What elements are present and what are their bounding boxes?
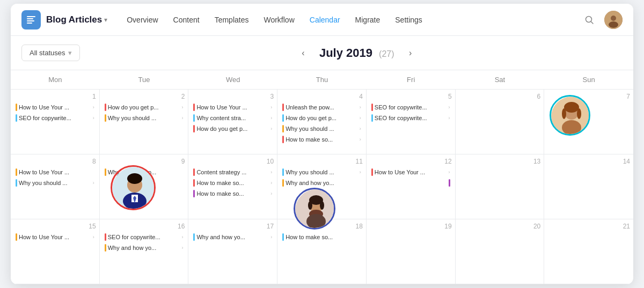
calendar-header-row: Mon Tue Wed Thu Fri Sat Sun [11, 70, 633, 90]
date-1: 1 [14, 93, 96, 100]
cell-thu-18: 18 How to make so... [277, 219, 367, 284]
list-item[interactable]: How to Use Your ... › [370, 167, 452, 177]
week-3: 15 How to Use Your ... › 16 SEO for copy… [11, 219, 633, 284]
list-item[interactable]: Why and how yo... [281, 178, 363, 188]
list-item[interactable]: Why you should ... › [14, 178, 96, 188]
brand-dropdown-arrow[interactable]: ▾ [104, 16, 107, 24]
month-count: (27) [379, 49, 394, 58]
list-item[interactable]: Unleash the pow... › [281, 102, 363, 112]
nav-templates[interactable]: Templates [208, 11, 255, 28]
list-item[interactable]: SEO for copywrite... › [370, 102, 452, 112]
svg-point-8 [609, 21, 618, 28]
list-item[interactable]: Why you should ... › [103, 113, 185, 123]
list-item[interactable]: Why and how yo... › [192, 232, 274, 242]
search-button[interactable] [581, 11, 598, 28]
svg-rect-3 [27, 23, 32, 24]
nav-workflow[interactable]: Workflow [257, 11, 301, 28]
cell-sat-13: 13 [456, 154, 545, 219]
date-21: 21 [547, 223, 630, 230]
date-3: 3 [192, 93, 274, 100]
date-13: 13 [459, 158, 541, 165]
list-item[interactable]: Why content stra... › [192, 113, 274, 123]
nav-migrate[interactable]: Migrate [349, 11, 387, 28]
calendar-toolbar: All statuses ▾ ‹ July 2019 (27) › [11, 36, 633, 70]
cell-sat-20: 20 [456, 219, 545, 284]
day-wed: Wed [188, 70, 277, 89]
svg-point-26 [308, 201, 312, 210]
app-icon [21, 10, 41, 29]
app-container: Blog Articles ▾ Overview Content Templat… [11, 4, 633, 284]
svg-rect-2 [27, 20, 34, 21]
list-item[interactable]: How do you get p... › [281, 113, 363, 123]
cell-wed-17: 17 Why and how yo... › [188, 219, 277, 284]
nav-settings[interactable]: Settings [389, 11, 429, 28]
date-9: 9 [103, 158, 185, 165]
date-8: 8 [14, 158, 96, 165]
svg-line-5 [591, 21, 594, 24]
next-month-button[interactable]: › [403, 46, 418, 61]
list-item[interactable]: How to Use Your ... › [192, 102, 274, 112]
list-item[interactable]: SEO for copywrite... › [103, 232, 185, 242]
prev-month-button[interactable]: ‹ [296, 46, 311, 61]
month-label: July 2019 [319, 46, 372, 60]
cell-wed-10: 10 Content strategy ... › How to make so… [188, 154, 277, 219]
avatar-red [111, 165, 156, 210]
list-item[interactable]: How to make so... › [192, 178, 274, 188]
list-item[interactable]: How to Use Your ... [14, 167, 96, 177]
svg-point-14 [577, 108, 581, 119]
user-avatar[interactable] [604, 11, 623, 29]
list-item[interactable]: How to Use Your ... › [14, 102, 96, 112]
cell-tue-16: 16 SEO for copywrite... › Why and how yo… [100, 219, 189, 284]
list-item[interactable]: How to Use Your ... › [14, 232, 96, 242]
date-15: 15 [14, 223, 96, 230]
svg-point-12 [564, 102, 579, 113]
date-12: 12 [370, 158, 452, 165]
day-thu: Thu [277, 70, 367, 89]
svg-point-24 [306, 214, 326, 229]
status-filter[interactable]: All statuses ▾ [21, 45, 80, 61]
list-item[interactable]: SEO for copywrite... › [370, 113, 452, 123]
nav-calendar[interactable]: Calendar [303, 11, 347, 28]
day-sun: Sun [544, 70, 633, 89]
day-tue: Tue [100, 70, 189, 89]
nav-overview[interactable]: Overview [120, 11, 164, 28]
status-filter-arrow: ▾ [68, 49, 72, 57]
avatar-teal [550, 95, 590, 136]
week-2: 8 How to Use Your ... Why you should ...… [11, 154, 633, 219]
cell-tue-2: 2 How do you get p... › Why you should .… [100, 90, 189, 154]
list-item[interactable]: How to make so... [281, 232, 363, 242]
list-item[interactable]: How do you get p... › [103, 102, 185, 112]
list-item[interactable]: How to make so... › [192, 189, 274, 198]
cell-fri-5: 5 SEO for copywrite... › SEO for copywri… [367, 90, 456, 154]
list-item[interactable]: Why you should ... › [281, 124, 363, 134]
svg-point-20 [127, 173, 142, 184]
list-item[interactable]: SEO for copywrite... › [14, 113, 96, 123]
nav-content[interactable]: Content [167, 11, 206, 28]
list-item[interactable]: Why you should ... › [281, 167, 363, 177]
date-14: 14 [547, 158, 630, 165]
cell-mon-15: 15 How to Use Your ... › [11, 219, 100, 284]
brand-title: Blog Articles [46, 14, 102, 25]
date-11: 11 [281, 158, 363, 165]
list-item[interactable]: How to make so... › [281, 135, 363, 144]
main-nav: Overview Content Templates Workflow Cale… [120, 11, 581, 28]
svg-point-7 [611, 16, 616, 21]
week-1: 1 How to Use Your ... › SEO for copywrit… [11, 90, 633, 154]
list-item[interactable]: Content strategy ... › [192, 167, 274, 177]
avatar-blue [294, 188, 335, 230]
list-item[interactable]: How do you get p... › [192, 124, 274, 134]
cell-wed-3: 3 How to Use Your ... › Why content stra… [188, 90, 277, 154]
header: Blog Articles ▾ Overview Content Templat… [11, 4, 633, 36]
date-10: 10 [192, 158, 274, 165]
list-item[interactable] [370, 178, 452, 188]
svg-rect-0 [27, 16, 35, 17]
date-20: 20 [459, 223, 541, 230]
cell-fri-19: 19 [367, 219, 456, 284]
date-4: 4 [281, 93, 363, 100]
date-5: 5 [370, 93, 452, 100]
date-16: 16 [103, 223, 185, 230]
list-item[interactable]: Why and how yo... › [103, 243, 185, 253]
svg-point-27 [320, 201, 324, 210]
date-6: 6 [459, 93, 541, 100]
month-title: July 2019 (27) [319, 46, 394, 60]
